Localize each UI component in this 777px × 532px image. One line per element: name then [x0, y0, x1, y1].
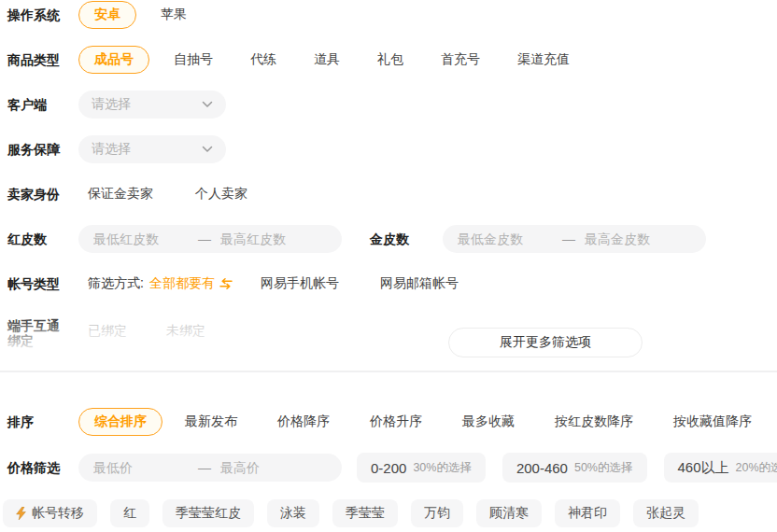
price-range-share: 50%的选择	[574, 460, 633, 476]
gold-skin-max-input[interactable]	[585, 231, 691, 246]
expand-more-filters-button[interactable]: 展开更多筛选项	[448, 328, 643, 357]
filter-row-service: 服务保障 请选择	[7, 135, 777, 163]
sort-options: 综合排序 最新发布 价格降序 价格升序 最多收藏 按红皮数降序 按收藏值降序	[78, 408, 752, 436]
tag-item[interactable]: 张起灵	[633, 499, 699, 527]
collapsed-filters-section: 端手互通绑定 已绑定 未绑定 展开更多筛选项	[7, 315, 777, 371]
price-range-button-high[interactable]: 460以上 20%的选择	[664, 453, 777, 483]
gold-skin-range-separator: —	[562, 231, 575, 246]
price-range-share: 30%的选择	[413, 460, 472, 476]
seller-option-personal[interactable]: 个人卖家	[195, 186, 247, 203]
seller-label: 卖家身份	[7, 187, 78, 202]
filter-page: 操作系统 安卓 苹果 商品类型 成品号 自抽号 代练 道具 礼包 首充号 渠道充…	[0, 0, 777, 527]
price-range-button-mid[interactable]: 200-460 50%的选择	[502, 453, 647, 483]
sort-row: 排序 综合排序 最新发布 价格降序 价格升序 最多收藏 按红皮数降序 按收藏值降…	[7, 408, 777, 436]
tag-item[interactable]: 泳装	[267, 499, 319, 527]
red-skin-max-input[interactable]	[220, 231, 327, 246]
account-type-label: 帐号类型	[7, 276, 78, 291]
product-type-selected[interactable]: 成品号	[78, 46, 149, 74]
product-type-option[interactable]: 礼包	[377, 51, 403, 68]
tag-item[interactable]: 神君印	[555, 499, 620, 527]
product-type-option[interactable]: 渠道充值	[517, 51, 570, 68]
product-type-option[interactable]: 首充号	[441, 51, 480, 68]
tag-item[interactable]: 季莹莹红皮	[162, 499, 254, 527]
filter-row-bind: 端手互通绑定 已绑定 未绑定	[7, 315, 777, 348]
filter-mode-label: 筛选方式:	[88, 275, 144, 292]
product-type-label: 商品类型	[7, 52, 78, 67]
os-options: 安卓 苹果	[78, 1, 187, 29]
product-type-option[interactable]: 自抽号	[174, 51, 213, 68]
lightning-icon	[16, 507, 26, 520]
sort-option[interactable]: 按红皮数降序	[555, 413, 633, 430]
price-range-value: 460以上	[678, 459, 729, 477]
os-option-ios[interactable]: 苹果	[161, 7, 187, 23]
price-range-button-low[interactable]: 0-200 30%的选择	[357, 453, 486, 483]
filter-mode-toggle[interactable]: 全部都要有	[149, 275, 233, 292]
price-quick-ranges: 0-200 30%的选择 200-460 50%的选择 460以上 20%的选择	[357, 453, 777, 483]
filter-row-os: 操作系统 安卓 苹果	[7, 1, 777, 29]
red-skin-range: —	[78, 225, 342, 253]
red-skin-min-input[interactable]	[93, 231, 198, 246]
product-type-options: 成品号 自抽号 代练 道具 礼包 首充号 渠道充值	[78, 46, 570, 74]
seller-options: 保证金卖家 个人卖家	[78, 186, 247, 203]
filter-row-product-type: 商品类型 成品号 自抽号 代练 道具 礼包 首充号 渠道充值	[7, 46, 777, 74]
red-skin-range-separator: —	[198, 231, 211, 246]
bind-option-unbound[interactable]: 未绑定	[166, 323, 205, 340]
price-filter-row: 价格筛选 — 0-200 30%的选择 200-460 50%的选择 460以上…	[7, 453, 777, 483]
red-skin-label: 红皮数	[7, 231, 78, 246]
price-min-input[interactable]	[93, 460, 198, 475]
price-max-input[interactable]	[220, 460, 327, 475]
gold-skin-min-input[interactable]	[458, 231, 562, 246]
swap-arrows-icon	[219, 278, 233, 289]
section-divider	[0, 371, 777, 372]
service-select-placeholder: 请选择	[92, 141, 131, 158]
seller-option-deposit[interactable]: 保证金卖家	[88, 186, 153, 203]
os-option-android-selected[interactable]: 安卓	[78, 1, 136, 29]
sort-option[interactable]: 最新发布	[185, 413, 237, 430]
account-type-options: 筛选方式: 全部都要有 网易手机帐号 网易邮箱帐号	[78, 275, 459, 292]
filter-row-seller: 卖家身份 保证金卖家 个人卖家	[7, 180, 777, 208]
product-type-option[interactable]: 代练	[250, 51, 276, 68]
filter-row-account-type: 帐号类型 筛选方式: 全部都要有 网易手机帐号 网易邮箱帐号	[7, 270, 777, 298]
account-type-option-email[interactable]: 网易邮箱帐号	[380, 275, 459, 292]
bind-option-bound[interactable]: 已绑定	[88, 323, 127, 340]
sort-option[interactable]: 价格降序	[277, 413, 330, 430]
price-range: —	[78, 454, 342, 482]
os-label: 操作系统	[7, 7, 78, 22]
sort-plain-options: 最新发布 价格降序 价格升序 最多收藏 按红皮数降序 按收藏值降序	[185, 413, 752, 430]
chevron-down-icon	[202, 146, 213, 153]
filter-row-client: 客户端 请选择	[7, 91, 777, 119]
sort-option[interactable]: 最多收藏	[462, 413, 515, 430]
chevron-down-icon	[202, 101, 213, 108]
filter-row-skins: 红皮数 — 金皮数 —	[7, 225, 777, 253]
product-type-option[interactable]: 道具	[314, 51, 340, 68]
product-type-plain-options: 自抽号 代练 道具 礼包 首充号 渠道充值	[174, 51, 570, 68]
hot-tags-row: 帐号转移 红 季莹莹红皮 泳装 季莹莹 万钧 顾清寒 神君印 张起灵	[3, 499, 777, 527]
tag-item[interactable]: 顾清寒	[476, 499, 542, 527]
client-select[interactable]: 请选择	[78, 91, 226, 119]
client-select-placeholder: 请选择	[92, 96, 131, 113]
price-range-value: 0-200	[371, 460, 406, 476]
sort-option-selected[interactable]: 综合排序	[78, 408, 162, 436]
tag-item[interactable]: 万钧	[411, 499, 463, 527]
tag-item[interactable]: 红	[110, 499, 149, 527]
service-label: 服务保障	[7, 142, 78, 157]
sort-option[interactable]: 按收藏值降序	[673, 413, 752, 430]
sort-label: 排序	[7, 414, 78, 429]
bind-label: 端手互通绑定	[7, 318, 65, 348]
sort-option[interactable]: 价格升序	[370, 413, 422, 430]
gold-skin-label: 金皮数	[370, 231, 443, 246]
tag-account-transfer[interactable]: 帐号转移	[3, 499, 97, 527]
price-range-separator: —	[198, 460, 211, 475]
price-range-share: 20%的选择	[736, 460, 777, 476]
tag-label: 帐号转移	[32, 505, 84, 522]
filter-mode-value: 全部都要有	[149, 275, 215, 292]
bind-options: 已绑定 未绑定	[65, 318, 205, 340]
price-range-value: 200-460	[516, 460, 568, 476]
tag-item[interactable]: 季莹莹	[332, 499, 398, 527]
gold-skin-range: —	[443, 225, 706, 253]
client-label: 客户端	[7, 97, 78, 112]
price-filter-label: 价格筛选	[7, 460, 78, 475]
service-select[interactable]: 请选择	[78, 135, 226, 163]
account-type-option-phone[interactable]: 网易手机帐号	[261, 275, 339, 292]
